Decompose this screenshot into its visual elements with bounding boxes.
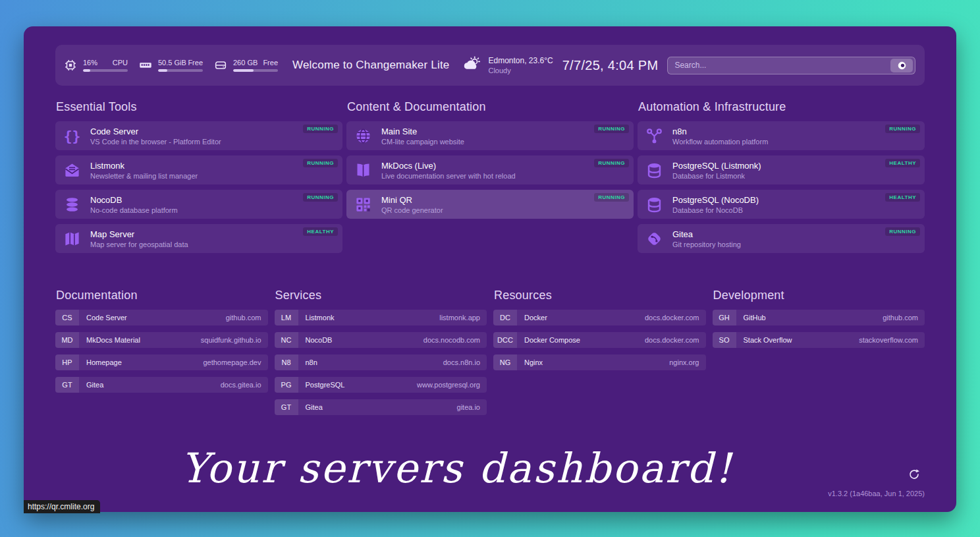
cpu-icon: [63, 58, 78, 72]
bookmark-group: Development GH GitHub github.com SO Stac…: [713, 289, 925, 354]
header-bar: 16% CPU 50.5 GiB Free 260 GB Free: [55, 45, 925, 86]
bookmark-group: Documentation CS Code Server github.com …: [55, 289, 268, 399]
bookmark-groups: Documentation CS Code Server github.com …: [55, 289, 925, 422]
bookmark-name: n8n: [306, 358, 317, 366]
service-description: Map server for geospatial data: [90, 240, 188, 248]
search-engine-button[interactable]: [890, 59, 913, 72]
bookmark-link[interactable]: NG Nginx nginx.org: [493, 354, 706, 370]
service-card[interactable]: PostgreSQL (NocoDB) Database for NocoDB …: [638, 190, 925, 219]
service-card[interactable]: MkDocs (Live) Live documentation server …: [346, 155, 634, 184]
service-card[interactable]: {} Code Server VS Code in the browser - …: [55, 121, 342, 150]
bookmark-abbr: NC: [275, 332, 298, 348]
resource-stat: 16% CPU: [63, 58, 128, 72]
bookmark-link[interactable]: N8 n8n docs.n8n.io: [275, 354, 487, 370]
bookmark-name: GitHub: [744, 314, 766, 322]
bookmark-abbr: DCC: [493, 332, 517, 348]
bookmark-abbr: N8: [275, 354, 298, 370]
mail-icon: [63, 161, 81, 179]
weather-location: Edmonton, 23.6°C: [488, 56, 553, 65]
bookmark-domain: github.com: [226, 314, 261, 322]
service-name: Map Server: [90, 229, 188, 239]
bookmark-link[interactable]: HP Homepage gethomepage.dev: [55, 354, 268, 370]
braces-icon: {}: [63, 127, 81, 145]
refresh-button[interactable]: [908, 467, 922, 482]
bookmark-domain: docs.n8n.io: [443, 358, 480, 366]
bookmark-domain: docs.docker.com: [645, 336, 699, 344]
weather-condition: Cloudy: [488, 67, 553, 74]
service-card[interactable]: NocoDB No-code database platform RUNNING: [55, 190, 342, 219]
bookmark-abbr: CS: [55, 310, 79, 325]
tagline: Your servers dashboard!: [24, 444, 892, 492]
book-icon: [354, 161, 372, 179]
stat-value: 260 GB: [233, 59, 258, 67]
refresh-icon: [908, 468, 922, 481]
service-name: MkDocs (Live): [381, 161, 516, 171]
bookmark-link[interactable]: DCC Docker Compose docs.docker.com: [493, 332, 706, 348]
browser-status-url: https://qr.cmlite.org: [24, 500, 100, 513]
bookmark-name: Homepage: [86, 358, 122, 366]
service-name: Code Server: [90, 127, 221, 136]
service-card[interactable]: PostgreSQL (Listmonk) Database for Listm…: [638, 155, 925, 184]
service-groups: Essential Tools {} Code Server VS Code i…: [55, 100, 925, 258]
version-label: v1.3.2 (1a46baa, Jun 1, 2025): [828, 490, 925, 497]
bookmark-link[interactable]: PG PostgreSQL www.postgresql.org: [275, 377, 487, 393]
service-group-title: Automation & Infrastructure: [638, 100, 925, 114]
bookmark-domain: squidfunk.github.io: [201, 336, 261, 344]
service-group-title: Essential Tools: [56, 100, 342, 114]
qr-icon: [354, 196, 372, 213]
resource-stat: 50.5 GiB Free: [138, 58, 203, 72]
service-card[interactable]: Gitea Git repository hosting RUNNING: [638, 224, 925, 253]
ram-icon: [138, 58, 153, 72]
service-status-badge: RUNNING: [594, 193, 629, 202]
search-input[interactable]: [674, 61, 890, 70]
service-description: Newsletter & mailing list manager: [90, 172, 198, 180]
stat-progress-fill: [158, 69, 167, 72]
cloud-sun-icon: [462, 55, 482, 75]
bookmark-link[interactable]: DC Docker docs.docker.com: [493, 310, 706, 325]
bookmark-abbr: HP: [55, 354, 79, 370]
resource-stat: 260 GB Free: [213, 58, 278, 72]
service-card[interactable]: Map Server Map server for geospatial dat…: [55, 224, 342, 253]
bookmark-name: Gitea: [86, 381, 103, 389]
service-card[interactable]: Listmonk Newsletter & mailing list manag…: [55, 155, 342, 184]
bookmark-abbr: GH: [713, 310, 736, 325]
service-name: Listmonk: [90, 161, 198, 171]
bookmark-name: Gitea: [306, 403, 323, 411]
service-card[interactable]: Mini QR QR code generator RUNNING: [346, 190, 634, 219]
bookmark-name: Stack Overflow: [744, 336, 792, 344]
bookmark-link[interactable]: GH GitHub github.com: [713, 310, 925, 325]
bookmark-link[interactable]: MD MkDocs Material squidfunk.github.io: [55, 332, 268, 348]
bookmark-link[interactable]: SO Stack Overflow stackoverflow.com: [713, 332, 925, 348]
bookmark-abbr: GT: [55, 377, 79, 393]
bookmark-name: Docker: [524, 314, 547, 322]
bookmark-domain: listmonk.app: [439, 314, 480, 322]
service-card[interactable]: Main Site CM-lite campaign website RUNNI…: [346, 121, 634, 150]
bookmark-name: PostgreSQL: [306, 381, 345, 389]
bookmark-domain: github.com: [883, 314, 918, 322]
service-status-badge: RUNNING: [594, 125, 629, 133]
bookmark-name: Code Server: [86, 314, 127, 322]
stat-progress-fill: [233, 69, 254, 72]
duckduckgo-icon: [897, 61, 907, 71]
bookmark-link[interactable]: CS Code Server github.com: [55, 310, 268, 325]
service-name: NocoDB: [90, 195, 178, 205]
bookmark-link[interactable]: GT Gitea docs.gitea.io: [55, 377, 268, 393]
service-name: PostgreSQL (Listmonk): [672, 161, 761, 171]
bookmark-link[interactable]: GT Gitea gitea.io: [275, 399, 487, 415]
bookmark-abbr: GT: [275, 399, 298, 415]
bookmark-domain: gethomepage.dev: [203, 358, 261, 366]
stat-progress-bar: [233, 69, 278, 72]
weather-widget[interactable]: Edmonton, 23.6°C Cloudy: [462, 55, 553, 75]
service-description: Workflow automation platform: [672, 138, 768, 146]
bookmark-abbr: DC: [493, 310, 517, 325]
page-title: Welcome to Changemaker Lite: [292, 59, 449, 72]
database-icon: [645, 196, 663, 213]
bookmark-link[interactable]: NC NocoDB docs.nocodb.com: [275, 332, 487, 348]
service-status-badge: RUNNING: [885, 227, 920, 236]
stat-value: 50.5 GiB: [158, 59, 186, 67]
globe-icon: [354, 127, 372, 145]
service-status-badge: RUNNING: [885, 125, 920, 133]
bookmark-link[interactable]: LM Listmonk listmonk.app: [275, 310, 487, 325]
bookmark-group-title: Resources: [494, 289, 706, 302]
service-card[interactable]: n8n Workflow automation platform RUNNING: [638, 121, 925, 150]
